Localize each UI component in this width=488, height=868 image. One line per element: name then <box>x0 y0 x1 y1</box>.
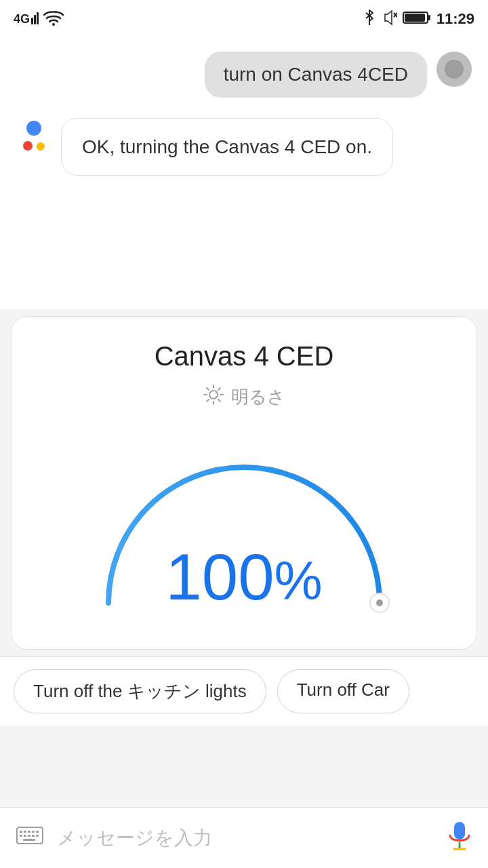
user-bubble: turn on Canvas 4CED <box>205 52 427 98</box>
status-bar-right: 11:29 <box>363 9 474 30</box>
suggestion-label-0: Turn off the キッチン lights <box>33 681 247 701</box>
dot-blue <box>26 121 41 136</box>
battery-icon <box>403 10 431 28</box>
svg-line-16 <box>207 388 209 390</box>
svg-rect-1 <box>31 18 33 24</box>
input-bar: メッセージを入力 <box>0 807 488 868</box>
chat-area: turn on Canvas 4CED OK, turning the Canv… <box>0 38 488 309</box>
avatar-silhouette <box>445 60 464 79</box>
svg-rect-33 <box>23 839 35 841</box>
brightness-label: 明るさ <box>231 385 285 409</box>
svg-line-19 <box>207 399 209 401</box>
input-placeholder[interactable]: メッセージを入力 <box>57 825 434 851</box>
suggestion-chip-0[interactable]: Turn off the キッチン lights <box>14 669 266 713</box>
bluetooth-icon <box>363 9 375 30</box>
brightness-slider[interactable]: 100% <box>81 427 407 616</box>
brightness-number: 100 <box>165 540 274 613</box>
wifi-icon <box>43 9 64 29</box>
svg-rect-24 <box>24 831 26 833</box>
brightness-label-row: 明るさ <box>203 384 285 410</box>
keyboard-icon <box>16 825 43 852</box>
svg-rect-30 <box>28 835 30 837</box>
svg-point-21 <box>376 599 383 606</box>
user-avatar <box>436 52 472 87</box>
svg-rect-31 <box>32 835 35 837</box>
svg-line-17 <box>218 399 220 401</box>
svg-rect-2 <box>34 15 36 24</box>
brightness-value-display: 100% <box>165 545 322 610</box>
assistant-bubble: OK, turning the Canvas 4 CED on. <box>61 118 393 176</box>
svg-rect-27 <box>36 831 39 833</box>
user-message-text: turn on Canvas 4CED <box>224 64 408 85</box>
google-assistant-icon <box>16 118 52 151</box>
svg-rect-26 <box>32 831 35 833</box>
assistant-row: OK, turning the Canvas 4 CED on. <box>16 118 472 176</box>
svg-text:4G: 4G <box>14 12 30 26</box>
svg-rect-34 <box>454 822 465 840</box>
svg-rect-9 <box>405 14 425 22</box>
dot-red <box>23 141 33 151</box>
svg-line-18 <box>218 388 220 390</box>
device-card: Canvas 4 CED 明るさ <box>11 316 477 650</box>
suggestion-label-1: Turn off Car <box>297 679 390 700</box>
svg-rect-32 <box>36 835 39 837</box>
brightness-percent: % <box>274 551 323 611</box>
time-display: 11:29 <box>436 10 474 28</box>
svg-rect-25 <box>28 831 30 833</box>
suggestion-chip-1[interactable]: Turn off Car <box>277 669 409 713</box>
suggestions-row: Turn off the キッチン lights Turn off Car <box>0 656 488 726</box>
svg-rect-29 <box>24 835 26 837</box>
svg-rect-10 <box>428 15 430 20</box>
svg-point-4 <box>52 23 55 26</box>
signal-icon: 4G <box>14 8 39 31</box>
dot-yellow <box>37 142 45 151</box>
svg-point-11 <box>209 391 218 399</box>
mute-icon <box>381 9 397 30</box>
svg-rect-28 <box>20 835 22 837</box>
device-name: Canvas 4 CED <box>155 341 334 372</box>
assistant-message-text: OK, turning the Canvas 4 CED on. <box>82 136 372 157</box>
status-bar: 4G <box>0 0 488 38</box>
svg-rect-23 <box>20 831 22 833</box>
brightness-icon <box>203 384 224 410</box>
mic-icon[interactable] <box>447 821 472 856</box>
user-message-row: turn on Canvas 4CED <box>16 52 472 98</box>
svg-rect-3 <box>37 12 39 24</box>
status-bar-left: 4G <box>14 8 64 31</box>
